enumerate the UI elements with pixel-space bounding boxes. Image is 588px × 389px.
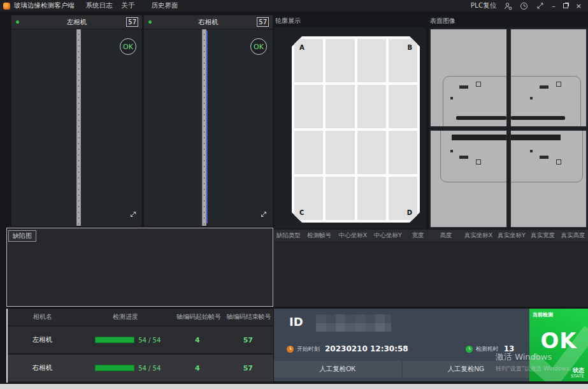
elapsed-clock-icon xyxy=(466,346,473,353)
corner-label-b: B xyxy=(407,44,412,51)
minimize-button[interactable]: – xyxy=(552,3,556,10)
contour-panel-title: 轮廓展示 xyxy=(274,15,426,27)
detected-edge-overlay xyxy=(206,31,208,223)
badge-result-text: OK xyxy=(529,328,588,353)
surface-image-top-left xyxy=(430,29,507,127)
right-camera-counter: 57 xyxy=(257,17,269,27)
col-real-height: 真实高度 xyxy=(558,231,588,240)
scale-icon[interactable] xyxy=(536,2,544,10)
col-width: 宽度 xyxy=(405,231,431,240)
col-progress: 检测进度 xyxy=(78,312,173,321)
result-panel: ID 开始时刻 20230210 12:30:58 检测耗时 13 人工复检OK… xyxy=(274,309,588,381)
surface-panel: 表面图像 xyxy=(429,15,588,228)
right-camera-header: 右相机 57 xyxy=(144,15,273,29)
app-title: 玻璃边缘检测客户端 xyxy=(14,1,75,10)
corner-label-a: A xyxy=(299,44,305,51)
plc-reset-button[interactable]: PLC复位 xyxy=(471,1,497,10)
right-camera-title: 右相机 xyxy=(144,18,273,27)
camera-name: 左相机 xyxy=(8,335,77,344)
defect-image-panel: 缺陷图 xyxy=(6,228,273,307)
expand-icon[interactable] xyxy=(259,209,268,221)
status-en: STATE xyxy=(571,374,584,379)
corner-label-d: D xyxy=(407,209,412,216)
defect-image-title: 缺陷图 xyxy=(8,230,36,242)
recheck-buttons: 人工复检OK 人工复检NG xyxy=(274,361,529,378)
progress-bar xyxy=(95,365,134,371)
end-frame-value: 57 xyxy=(223,336,273,344)
surface-image-top-right xyxy=(510,29,587,127)
col-real-x: 真实坐标X xyxy=(461,231,496,240)
surface-image-bottom-right xyxy=(510,130,587,228)
id-value-redacted xyxy=(316,314,391,332)
defect-table-body xyxy=(274,242,588,307)
left-camera-ok-badge: OK xyxy=(120,38,136,55)
col-center-x: 中心坐标X xyxy=(335,231,371,240)
surface-image-bottom-left xyxy=(430,130,507,228)
left-camera-image: OK xyxy=(11,29,142,226)
app-window: 玻璃边缘检测客户端 系统日志 关于 历史界面 PLC复位 – × 左相机 57 xyxy=(0,0,588,384)
col-frame-no: 检测帧号 xyxy=(303,231,335,240)
left-camera-header: 左相机 57 xyxy=(11,15,142,29)
elapsed-value: 13 xyxy=(504,344,515,353)
progress-text: 54 / 54 xyxy=(138,337,161,344)
menu-system-log[interactable]: 系统日志 xyxy=(86,1,113,10)
corner-label-c: C xyxy=(299,209,304,216)
table-row: 右相机 54 / 54 4 57 xyxy=(8,355,273,381)
defect-table: 缺陷类型 检测帧号 中心坐标X 中心坐标Y 宽度 高度 真实坐标X 真实坐标Y … xyxy=(274,230,588,307)
status-zh: 状态 xyxy=(571,367,584,374)
elapsed-label: 检测耗时 xyxy=(476,345,499,353)
titlebar: 玻璃边缘检测客户端 系统日志 关于 历史界面 PLC复位 – × xyxy=(0,0,588,11)
glass-grid xyxy=(294,39,417,220)
contour-view: A B C D xyxy=(274,27,426,229)
manual-recheck-ok-button[interactable]: 人工复检OK xyxy=(274,361,401,378)
glass-contour xyxy=(292,36,420,223)
right-camera-image: OK xyxy=(144,29,273,226)
progress-cell: 54 / 54 xyxy=(77,337,172,344)
start-frame-value: 4 xyxy=(172,336,222,344)
app-logo-icon xyxy=(3,3,10,10)
start-time-clock-icon xyxy=(287,346,294,353)
progress-table-header: 相机名 检测进度 轴编码起始帧号 轴编码结束帧号 xyxy=(8,309,273,325)
end-frame-value: 57 xyxy=(223,364,273,372)
progress-cell: 54 / 54 xyxy=(77,365,172,372)
col-real-y: 真实坐标Y xyxy=(496,231,527,240)
table-row: 左相机 54 / 54 4 57 xyxy=(8,327,273,353)
defect-table-header: 缺陷类型 检测帧号 中心坐标X 中心坐标Y 宽度 高度 真实坐标X 真实坐标Y … xyxy=(274,230,588,242)
start-time-label: 开始时刻 xyxy=(297,345,320,353)
manual-recheck-ng-button[interactable]: 人工复检NG xyxy=(403,361,530,378)
start-time-value: 20230210 12:30:58 xyxy=(325,344,408,353)
camera-name: 右相机 xyxy=(8,363,77,372)
detection-result-badge: 当前检测 OK 状态 STATE xyxy=(529,309,588,381)
col-height: 高度 xyxy=(431,231,461,240)
menu-about[interactable]: 关于 xyxy=(122,1,135,10)
expand-icon[interactable] xyxy=(129,209,138,221)
col-defect-type: 缺陷类型 xyxy=(274,231,303,240)
camera-progress-table: 相机名 检测进度 轴编码起始帧号 轴编码结束帧号 左相机 54 / 54 4 5… xyxy=(6,309,273,383)
badge-top-label: 当前检测 xyxy=(533,311,553,318)
start-frame-value: 4 xyxy=(172,364,222,372)
col-start-frame: 轴编码起始帧号 xyxy=(173,312,224,321)
id-label: ID xyxy=(289,315,303,328)
left-camera-title: 左相机 xyxy=(11,18,142,27)
close-button[interactable]: × xyxy=(576,3,582,10)
col-camera-name: 相机名 xyxy=(8,312,78,321)
col-center-y: 中心坐标Y xyxy=(371,231,405,240)
badge-status-label: 状态 STATE xyxy=(571,367,584,379)
menu-history[interactable]: 历史界面 xyxy=(152,1,178,10)
glass-edge-strip xyxy=(76,29,81,226)
contour-panel: 轮廓展示 A B C D xyxy=(274,15,426,228)
progress-text: 54 / 54 xyxy=(138,365,161,372)
right-camera-ok-badge: OK xyxy=(250,38,267,55)
glass-edge-strip xyxy=(202,29,206,226)
surface-image-grid xyxy=(429,27,588,229)
clock-icon[interactable] xyxy=(520,2,528,10)
left-camera-panel: 左相机 57 OK xyxy=(11,15,142,226)
start-time-row: 开始时刻 20230210 12:30:58 检测耗时 13 xyxy=(287,344,514,353)
surface-panel-title: 表面图像 xyxy=(429,15,588,27)
left-camera-counter: 57 xyxy=(126,17,138,27)
right-camera-panel: 右相机 57 OK xyxy=(144,15,273,226)
user-settings-icon[interactable] xyxy=(504,2,512,10)
progress-bar xyxy=(95,337,134,343)
restore-button[interactable] xyxy=(563,3,568,8)
desktop-margin xyxy=(0,384,588,389)
